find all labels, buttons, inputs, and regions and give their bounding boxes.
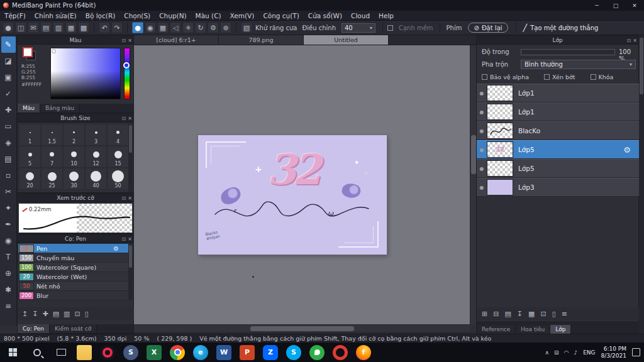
taskbar-app-icon[interactable]: f: [356, 345, 371, 360]
taskbar-app-icon[interactable]: [77, 345, 92, 360]
brush-toolbar-icon[interactable]: ↧: [32, 310, 38, 318]
language-indicator[interactable]: ENG: [583, 349, 595, 356]
document-tab[interactable]: [cloud] 6:r1+: [134, 35, 219, 45]
right-scrollbar[interactable]: [639, 35, 644, 334]
scrollbar[interactable]: [128, 244, 133, 300]
search-button[interactable]: [25, 343, 49, 362]
tool-button[interactable]: ◪: [1, 53, 16, 69]
toolbar-icon[interactable]: ⊕: [220, 22, 231, 33]
toolbar-icon[interactable]: ✉: [28, 22, 39, 33]
tool-button[interactable]: ✂: [1, 184, 16, 200]
tool-button[interactable]: ⊕: [1, 265, 16, 282]
brush-size-cell[interactable]: 10: [63, 146, 85, 168]
toolbar-icon[interactable]: ✳: [182, 22, 194, 33]
toolbar-icon[interactable]: ▦: [65, 22, 77, 33]
menu-item[interactable]: Chụp(N): [155, 11, 191, 21]
popout-icon[interactable]: ⊡: [122, 195, 126, 201]
layer-settings-gear-icon[interactable]: ⚙: [623, 145, 631, 155]
key-button[interactable]: Phím: [447, 25, 462, 31]
layer-visibility-dot[interactable]: ●: [477, 90, 487, 96]
taskbar-app-icon[interactable]: [170, 345, 185, 360]
brush-settings-gear-icon[interactable]: ⚙: [113, 245, 119, 252]
taskbar-app-icon[interactable]: S: [123, 345, 138, 360]
tab-brush[interactable]: Cọ: Pen: [18, 324, 50, 333]
hue-slider[interactable]: [124, 48, 130, 99]
tool-button[interactable]: ▭: [1, 118, 16, 134]
scrollbar-thumb[interactable]: [129, 125, 132, 153]
tool-button[interactable]: ▤: [1, 151, 16, 167]
layer-toolbar-icon[interactable]: ▯: [552, 310, 556, 318]
menu-item[interactable]: Công cụ(T): [258, 11, 303, 21]
popout-icon[interactable]: ⊡: [627, 38, 631, 43]
tool-button[interactable]: ▫: [1, 167, 16, 184]
blend-mode-dropdown[interactable]: Bình thường ▾: [521, 60, 636, 69]
notification-center-icon[interactable]: [632, 348, 640, 356]
undo-icon[interactable]: ↶: [99, 22, 110, 33]
toolbar-icon[interactable]: ◁: [170, 22, 181, 33]
maximize-button[interactable]: □: [606, 0, 625, 11]
tool-button[interactable]: T: [1, 249, 16, 265]
layer-visibility-dot[interactable]: ●: [477, 185, 487, 190]
saturation-value-picker[interactable]: [50, 48, 121, 99]
toolbar-icon[interactable]: ⚙: [208, 22, 219, 33]
brush-size-cell[interactable]: 12: [85, 146, 107, 168]
brush-row[interactable]: 50 Nét nhỏ: [18, 282, 129, 291]
tool-button[interactable]: ◉: [1, 233, 16, 249]
vertical-scrollbar[interactable]: [470, 45, 476, 324]
alpha-lock-checkbox[interactable]: [482, 74, 487, 80]
brush-toolbar-icon[interactable]: ✚: [42, 310, 48, 318]
toolbar-icon[interactable]: ▩: [78, 22, 89, 33]
close-icon[interactable]: ✕: [633, 38, 637, 43]
layer-visibility-dot[interactable]: ●: [477, 166, 487, 172]
brush-toolbar-icon[interactable]: ▯: [85, 310, 89, 318]
close-icon[interactable]: ✕: [128, 236, 132, 242]
layer-toolbar-icon[interactable]: ↧: [517, 310, 523, 318]
tab-palette[interactable]: Bảng màu: [40, 104, 80, 112]
close-icon[interactable]: ✕: [128, 38, 132, 43]
popout-icon[interactable]: ⊡: [122, 116, 126, 121]
menu-item[interactable]: Tệp(F): [0, 11, 30, 21]
brush-size-cell[interactable]: 30: [63, 168, 85, 190]
layer-toolbar-icon[interactable]: ⊞: [482, 310, 487, 318]
taskbar-app-icon[interactable]: [100, 345, 115, 360]
taskbar-app-icon[interactable]: X: [147, 345, 162, 360]
tool-button[interactable]: ✚: [1, 102, 16, 118]
tab-reference[interactable]: Reference: [477, 325, 516, 334]
menu-item[interactable]: Màu (C): [191, 11, 226, 21]
layer-toolbar-icon[interactable]: ⊟: [493, 310, 499, 318]
tray-icon[interactable]: ◠: [564, 349, 569, 356]
document-tab[interactable]: 789.png: [219, 35, 304, 45]
close-button[interactable]: ✕: [625, 0, 644, 11]
tool-button[interactable]: ≡: [1, 298, 16, 314]
toolbar-icon[interactable]: ▤: [40, 22, 52, 33]
brush-size-cell[interactable]: 7: [41, 146, 63, 168]
adjust-dropdown[interactable]: 40 ▾: [341, 23, 375, 33]
tool-button[interactable]: ✒: [1, 216, 16, 233]
tool-button[interactable]: ◈: [1, 134, 16, 151]
redo-icon[interactable]: ↷: [111, 22, 123, 33]
layer-visibility-dot[interactable]: ●: [477, 109, 487, 115]
taskbar-app-icon[interactable]: W: [216, 345, 231, 360]
task-view-button[interactable]: [49, 343, 73, 362]
layer-toolbar-icon[interactable]: ▦: [528, 310, 535, 318]
brush-size-cell[interactable]: 5: [19, 146, 41, 168]
brush-row[interactable]: 150 Chuyển màu: [18, 253, 129, 263]
toolbar-icon[interactable]: ▦: [157, 22, 169, 33]
tool-button[interactable]: ✱: [1, 282, 16, 298]
popout-icon[interactable]: ⊡: [122, 236, 126, 242]
document-tab-active[interactable]: Untitled: [304, 35, 389, 45]
brush-size-cell[interactable]: 1: [19, 124, 41, 146]
menu-item[interactable]: Cloud: [347, 11, 374, 21]
horizontal-scrollbar[interactable]: [134, 324, 470, 332]
layer-toolbar-icon[interactable]: ▤: [504, 310, 511, 318]
menu-item[interactable]: Bộ lọc(R): [81, 11, 120, 21]
brush-size-cell[interactable]: 15: [107, 146, 129, 168]
scrollbar-thumb[interactable]: [640, 38, 643, 94]
toolbar-icon[interactable]: ↻: [195, 22, 206, 33]
close-icon[interactable]: ✕: [128, 116, 132, 121]
toolbar-icon[interactable]: ◫: [15, 22, 26, 33]
menu-item[interactable]: Xem(V): [226, 11, 259, 21]
tool-button[interactable]: ✓: [1, 85, 16, 102]
taskbar-app-icon[interactable]: [333, 345, 348, 360]
close-icon[interactable]: ✕: [128, 195, 132, 201]
